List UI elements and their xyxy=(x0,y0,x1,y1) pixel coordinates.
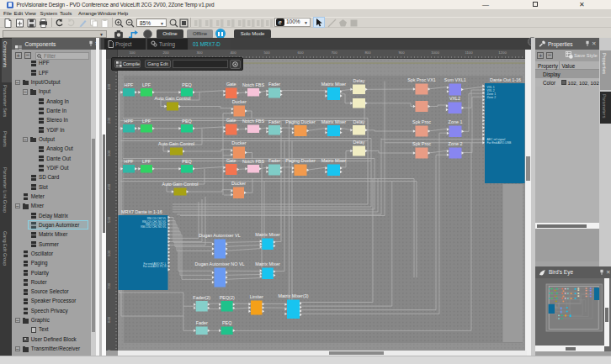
svg-text:HPF: HPF xyxy=(125,82,134,87)
svg-text:Spk Proc VX1: Spk Proc VX1 xyxy=(407,77,436,82)
svg-text:Matrix Mixer: Matrix Mixer xyxy=(255,261,280,266)
svg-text:Zone 2: Zone 2 xyxy=(449,141,463,146)
svg-text:Far end AVIO PC R: Far end AVIO PC R xyxy=(143,265,167,268)
svg-text:Gate: Gate xyxy=(226,158,236,163)
svg-text:Spk Proc: Spk Proc xyxy=(412,119,431,124)
svg-text:Ducker: Ducker xyxy=(231,181,246,186)
svg-text:PEQ: PEQ xyxy=(182,82,191,87)
svg-text:Spk Proc: Spk Proc xyxy=(412,141,431,146)
svg-text:Matrix Mixer(3): Matrix Mixer(3) xyxy=(279,293,309,298)
svg-text:Far End AVIO-USB: Far End AVIO-USB xyxy=(487,141,513,145)
svg-text:VXL2: VXL2 xyxy=(449,96,460,101)
svg-text:Notch FBS: Notch FBS xyxy=(242,159,264,164)
svg-text:LPF: LPF xyxy=(142,119,151,124)
svg-text:Auto Gain Control: Auto Gain Control xyxy=(158,141,194,146)
svg-text:Paging Ducker: Paging Ducker xyxy=(285,158,316,163)
svg-text:Sum VXL1: Sum VXL1 xyxy=(444,77,466,82)
svg-text:RM-CG2 CH1 NO VL: RM-CG2 CH1 NO VL xyxy=(141,225,167,229)
svg-text:Gate: Gate xyxy=(226,82,236,87)
svg-text:Matrix Mixer: Matrix Mixer xyxy=(255,232,280,237)
svg-text:Gate: Gate xyxy=(226,118,236,123)
svg-text:Matrix Mixer: Matrix Mixer xyxy=(321,82,347,87)
svg-text:Notch FBS: Notch FBS xyxy=(242,119,264,124)
svg-text:PEQ: PEQ xyxy=(222,320,231,325)
svg-text:Notch FBS: Notch FBS xyxy=(242,82,264,87)
svg-text:Fader: Fader xyxy=(196,320,208,325)
svg-text:Zone 1: Zone 1 xyxy=(449,119,463,124)
svg-text:Matrix Mixer: Matrix Mixer xyxy=(321,158,347,163)
svg-text:HPF: HPF xyxy=(125,159,134,164)
svg-text:Fader: Fader xyxy=(268,119,280,124)
svg-text:LPF: LPF xyxy=(142,82,151,87)
svg-text:Delay: Delay xyxy=(353,140,365,145)
svg-text:Ducker: Ducker xyxy=(231,140,246,145)
svg-text:Auto Gain Control: Auto Gain Control xyxy=(155,96,191,101)
svg-text:MRX7 Dante in 1-16: MRX7 Dante in 1-16 xyxy=(121,209,162,214)
svg-text:Dugan Automixer VL: Dugan Automixer VL xyxy=(199,233,240,238)
svg-text:LPF: LPF xyxy=(142,159,151,164)
svg-text:Fader(2): Fader(2) xyxy=(193,295,210,300)
svg-text:PEQ(2): PEQ(2) xyxy=(220,295,235,300)
svg-text:Ducker: Ducker xyxy=(232,99,247,104)
svg-text:PEQ: PEQ xyxy=(182,159,191,164)
svg-text:PEQ: PEQ xyxy=(182,119,191,124)
svg-text:HPF: HPF xyxy=(125,119,134,124)
svg-text:Fader: Fader xyxy=(268,82,280,87)
svg-text:Paging Ducker: Paging Ducker xyxy=(285,119,316,124)
svg-text:Dante Out 1-16: Dante Out 1-16 xyxy=(490,77,521,82)
svg-text:Auto Gain Control: Auto Gain Control xyxy=(162,182,199,187)
svg-text:Fader: Fader xyxy=(268,158,280,163)
svg-text:Limiter: Limiter xyxy=(250,294,263,299)
svg-text:Matrix Mixer: Matrix Mixer xyxy=(321,119,347,124)
svg-text:Dugan Automixer NO VL: Dugan Automixer NO VL xyxy=(194,261,244,266)
svg-text:Delay: Delay xyxy=(353,78,365,83)
svg-text:Zone 2: Zone 2 xyxy=(487,96,497,99)
svg-text:Delay: Delay xyxy=(353,119,365,124)
